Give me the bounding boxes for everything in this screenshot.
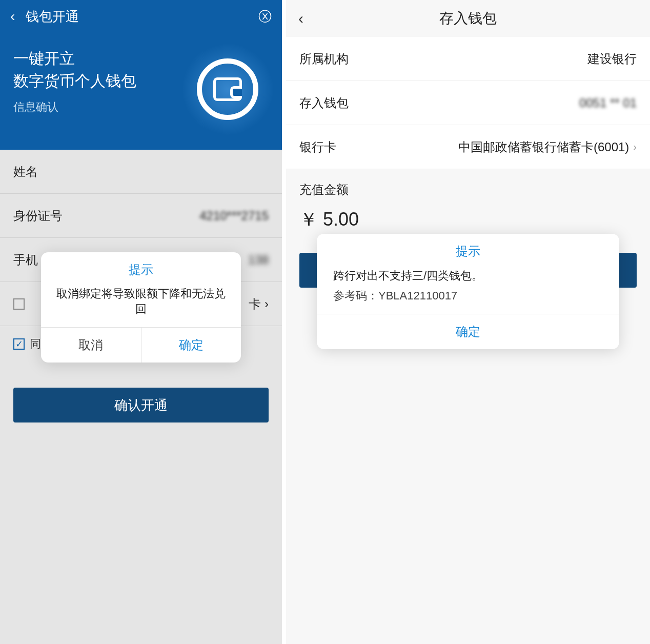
- row-org: 所属机构 建设银行: [286, 37, 650, 81]
- dialog-title: 提示: [317, 234, 619, 266]
- card-label: 银行卡: [299, 139, 371, 155]
- body: 所属机构 建设银行 存入钱包 0051 ** 01 银行卡 中国邮政储蓄银行储蓄…: [286, 37, 650, 644]
- phone-value: 138: [248, 253, 269, 267]
- form-body: 姓名 身份证号 4210***2715 手机 138 卡 › ✓ 同意 《开通数…: [0, 150, 282, 644]
- id-label: 身份证号: [13, 208, 199, 224]
- dialog-cancel-button[interactable]: 取消: [41, 328, 141, 363]
- dialog-message: 跨行对出不支持三/四类钱包。: [317, 266, 619, 288]
- amount-label: 充值金额: [286, 169, 650, 202]
- dialog-ref-code: 参考码：YBLA12110017: [317, 288, 619, 314]
- row-id[interactable]: 身份证号 4210***2715: [0, 194, 282, 238]
- alert-dialog: 提示 取消绑定将导致限额下降和无法兑回 取消 确定: [41, 252, 241, 363]
- agree-checkbox[interactable]: ✓: [13, 338, 25, 350]
- wallet-label: 存入钱包: [299, 95, 371, 111]
- org-value: 建设银行: [371, 51, 637, 67]
- alert-dialog: 提示 跨行对出不支持三/四类钱包。 参考码：YBLA12110017 确定: [317, 234, 619, 349]
- dialog-ok-button[interactable]: 确定: [141, 328, 241, 363]
- card-value: 中国邮政储蓄银行储蓄卡(6001): [371, 139, 629, 155]
- header: ‹ 存入钱包: [286, 0, 650, 37]
- wallet-icon: [192, 53, 263, 125]
- hero: 一键开立 数字货币个人钱包 信息确认: [0, 33, 282, 150]
- dialog-ok-button[interactable]: 确定: [317, 314, 619, 349]
- back-icon[interactable]: ‹: [10, 8, 26, 25]
- row-bankcard[interactable]: 银行卡 中国邮政储蓄银行储蓄卡(6001) ›: [286, 125, 650, 169]
- name-label: 姓名: [13, 164, 269, 180]
- row-name[interactable]: 姓名: [0, 150, 282, 194]
- page-title: 钱包开通: [26, 8, 256, 26]
- id-value: 4210***2715: [199, 209, 269, 223]
- dialog-title: 提示: [41, 252, 241, 283]
- org-label: 所属机构: [299, 51, 371, 67]
- chevron-right-icon: ›: [633, 141, 637, 153]
- back-icon[interactable]: ‹: [298, 10, 319, 27]
- screen-wallet-open: ‹ 钱包开通 ⓧ 一键开立 数字货币个人钱包 信息确认 姓名 身份证号 4210…: [0, 0, 282, 644]
- confirm-open-button[interactable]: 确认开通: [13, 388, 269, 422]
- screen-deposit: ‹ 存入钱包 所属机构 建设银行 存入钱包 0051 ** 01 银行卡 中国邮…: [286, 0, 650, 644]
- page-title: 存入钱包: [319, 9, 638, 28]
- close-icon[interactable]: ⓧ: [256, 8, 272, 26]
- checkbox-icon[interactable]: [13, 298, 25, 310]
- wallet-value: 0051 ** 01: [371, 96, 637, 110]
- header: ‹ 钱包开通 ⓧ: [0, 0, 282, 33]
- row-wallet[interactable]: 存入钱包 0051 ** 01: [286, 81, 650, 125]
- dialog-message: 取消绑定将导致限额下降和无法兑回: [41, 283, 241, 327]
